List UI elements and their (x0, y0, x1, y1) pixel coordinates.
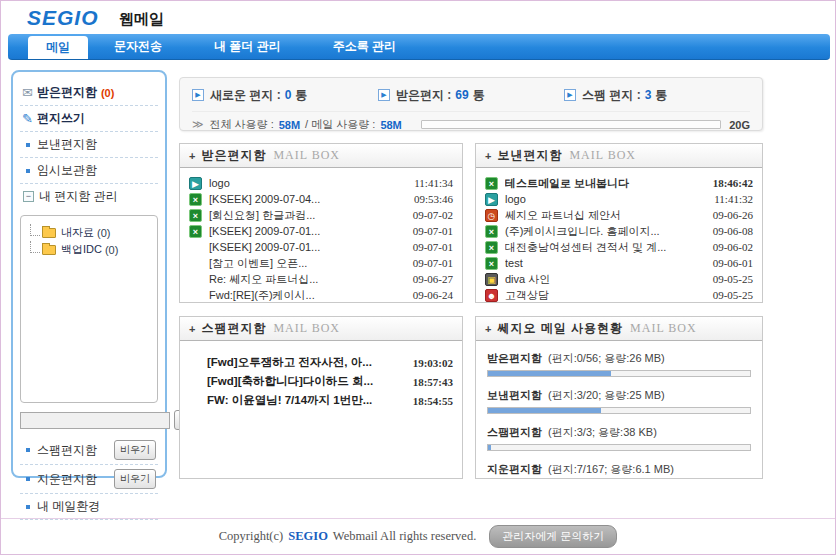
sidebar-item-mail-settings[interactable]: 내 메일환경 (20, 494, 158, 520)
sidebar-item-label[interactable]: 받은편지함 (37, 84, 97, 101)
excel-icon: × (189, 225, 202, 238)
sidebar-item-drafts[interactable]: 임시보관함 (20, 158, 158, 184)
mail-subject[interactable]: [참고 이벤트] 오픈... (209, 256, 413, 271)
spam-list-item[interactable]: [Fwd][축하합니다]다이하드 회...18:57:43 (207, 372, 453, 391)
main-nav: 메일문자전송내 폴더 관리주소록 관리 (8, 34, 830, 60)
sidebar-item-label[interactable]: 스팸편지함 (37, 442, 97, 459)
media-icon: ▶ (189, 177, 202, 190)
mail-list-item[interactable]: ▣diva 사인09-05-25 (485, 271, 753, 287)
mail-list-item[interactable]: ▶logo11:41:32 (485, 191, 753, 207)
plus-icon: + (189, 150, 195, 162)
usage-panel-header: + 쎄지오 메일 사용현황 MAIL BOX (476, 317, 762, 341)
summary-stat: ▶스팸 편지 : 3통 (564, 87, 750, 104)
mail-time: 09-06-08 (713, 225, 753, 237)
mail-subject[interactable]: [회신요청] 한글과컴... (209, 208, 413, 223)
stat-unit: 통 (295, 87, 307, 104)
mail-subject[interactable]: Re: 쎄지오 파트너십... (209, 272, 413, 287)
folder-label[interactable]: 백업IDC (61, 242, 102, 257)
contact-admin-button[interactable]: 관리자에게 문의하기 (489, 525, 617, 548)
sidebar-item-label[interactable]: 지운편지함 (37, 471, 97, 488)
sidebar-item-label[interactable]: 임시보관함 (37, 162, 97, 179)
mail-list-item[interactable]: Fwd:[RE](주)케이시...09-06-24 (189, 287, 453, 303)
spam-panel-header: + 스팸편지함 MAIL BOX (180, 317, 462, 341)
spam-list-item[interactable]: FW: 이윤열님! 7/14까지 1번만...18:54:55 (207, 391, 453, 410)
usage-label-line: 보낸편지함(편지:3/20; 용량:25 MB) (487, 388, 751, 403)
empty-trash-button[interactable]: 비우기 (114, 469, 156, 489)
mail-subject[interactable]: test (505, 257, 713, 269)
mail-time: 09-05-25 (713, 289, 753, 301)
mail-time: 09-07-02 (413, 209, 453, 221)
usage-folder-label[interactable]: 보낸편지함 (487, 389, 542, 401)
mail-subject[interactable]: 고객상담 (505, 288, 713, 303)
nav-tab[interactable]: 문자전송 (88, 33, 188, 59)
nav-tab[interactable]: 메일 (28, 36, 88, 59)
mail-list-item[interactable]: ×대전충남여성센터 견적서 및 계...09-06-02 (485, 239, 753, 255)
panel-subtitle: MAIL BOX (273, 321, 340, 336)
mail-subject[interactable]: 테스트메일로 보내봅니다 (505, 176, 713, 191)
mail-subject[interactable]: diva 사인 (505, 272, 713, 287)
mail-subject[interactable]: logo (505, 193, 714, 205)
sidebar-item-trash[interactable]: 지운편지함 비우기 (20, 465, 158, 494)
mail-list-item[interactable]: [KSEEK] 2009-07-01...09-07-01 (189, 239, 453, 255)
sidebar: ✉ 받은편지함 (0) ✎ 편지쓰기 보낸편지함 임시보관함 − 내 편지함 관… (11, 70, 167, 478)
usage-folder-label[interactable]: 받은편지함 (487, 352, 542, 364)
sidebar-item-inbox[interactable]: ✉ 받은편지함 (0) (20, 80, 158, 106)
quota-progress-bar (421, 120, 721, 129)
usage-folder-label[interactable]: 지운편지함 (487, 463, 542, 475)
mail-subject[interactable]: [KSEEK] 2009-07-01... (209, 225, 413, 237)
mail-time: 18:54:55 (413, 395, 453, 407)
quota-label: 전체 사용량 : (210, 117, 274, 132)
sidebar-item-sent[interactable]: 보낸편지함 (20, 132, 158, 158)
mail-list-item[interactable]: ×테스트메일로 보내봅니다18:46:42 (485, 175, 753, 191)
mail-subject[interactable]: [KSEEK] 2009-07-01... (209, 241, 413, 253)
folder-name-input[interactable] (20, 412, 170, 429)
mail-list-item[interactable]: ☻고객상담09-05-25 (485, 287, 753, 303)
mail-list-item[interactable]: ×[KSEEK] 2009-07-01...09-07-01 (189, 223, 453, 239)
mail-subject[interactable]: 쎄지오 파트너십 제안서 (505, 208, 713, 223)
sidebar-item-label[interactable]: 내 메일환경 (37, 498, 100, 515)
mail-list-item[interactable]: ◷쎄지오 파트너십 제안서09-06-26 (485, 207, 753, 223)
spam-list-item[interactable]: [Fwd]오투잼하고 전자사전, 아...19:03:02 (207, 353, 453, 372)
collapse-icon[interactable]: − (23, 191, 34, 202)
folder-tree-item[interactable]: 내자료(0) (25, 224, 153, 241)
chevrons-icon: ≫ (192, 118, 204, 131)
empty-spam-button[interactable]: 비우기 (114, 440, 156, 460)
mail-subject[interactable]: FW: 이윤열님! 7/14까지 1번만... (207, 393, 413, 408)
mail-subject[interactable]: [Fwd][축하합니다]다이하드 회... (207, 374, 413, 389)
mail-time: 11:41:32 (714, 193, 753, 205)
nav-tab[interactable]: 내 폴더 관리 (188, 33, 307, 59)
usage-folder-label[interactable]: 스팸편지함 (487, 426, 542, 438)
mail-list-item[interactable]: ×[KSEEK] 2009-07-04...09:53:46 (189, 191, 453, 207)
panel-grid: + 받은편지함 MAIL BOX ▶logo11:41:34×[KSEEK] 2… (179, 143, 763, 479)
usage-label-line: 지운편지함(편지:7/167; 용량:6.1 MB) (487, 462, 751, 477)
mail-subject[interactable]: Fwd:[RE](주)케이시... (209, 288, 413, 303)
folder-count: (0) (97, 227, 110, 239)
mail-list-item[interactable]: ×(주)케이시크입니다. 홈페이지...09-06-08 (485, 223, 753, 239)
sidebar-item-label[interactable]: 편지쓰기 (37, 110, 85, 127)
mail-subject[interactable]: (주)케이시크입니다. 홈페이지... (505, 224, 713, 239)
add-folder-row: ◆추가 (20, 410, 158, 430)
copyright-suffix: Webmail All rights reserved. (333, 529, 476, 544)
mail-subject[interactable]: 대전충남여성센터 견적서 및 계... (505, 240, 713, 255)
sidebar-item-label[interactable]: 내 편지함 관리 (39, 188, 118, 205)
mail-subject[interactable]: [KSEEK] 2009-07-04... (209, 193, 414, 205)
mail-list-item[interactable]: ×[회신요청] 한글과컴...09-07-02 (189, 207, 453, 223)
mail-list-item[interactable]: [참고 이벤트] 오픈...09-07-01 (189, 255, 453, 271)
folder-label[interactable]: 내자료 (61, 225, 94, 240)
excel-icon: × (189, 209, 202, 222)
sidebar-item-compose[interactable]: ✎ 편지쓰기 (20, 106, 158, 132)
folder-tree-item[interactable]: 백업IDC(0) (25, 241, 153, 258)
panel-title: 받은편지함 (201, 147, 266, 164)
mail-subject[interactable]: logo (209, 177, 414, 189)
mail-list-item[interactable]: ▶logo11:41:34 (189, 175, 453, 191)
nav-tab[interactable]: 주소록 관리 (307, 33, 422, 59)
sidebar-item-folder-mgmt[interactable]: − 내 편지함 관리 (20, 184, 158, 209)
quota-mail-value: 58M (380, 119, 401, 131)
spam-mail-list: [Fwd]오투잼하고 전자사전, 아...19:03:02[Fwd][축하합니다… (180, 341, 462, 410)
mail-list-item[interactable]: ×test09-06-01 (485, 255, 753, 271)
mail-subject[interactable]: [Fwd]오투잼하고 전자사전, 아... (207, 355, 413, 370)
folder-icon (42, 228, 56, 238)
mail-list-item[interactable]: Re: 쎄지오 파트너십...09-06-27 (189, 271, 453, 287)
sidebar-item-label[interactable]: 보낸편지함 (37, 136, 97, 153)
sidebar-item-spam[interactable]: 스팸편지함 비우기 (20, 436, 158, 465)
